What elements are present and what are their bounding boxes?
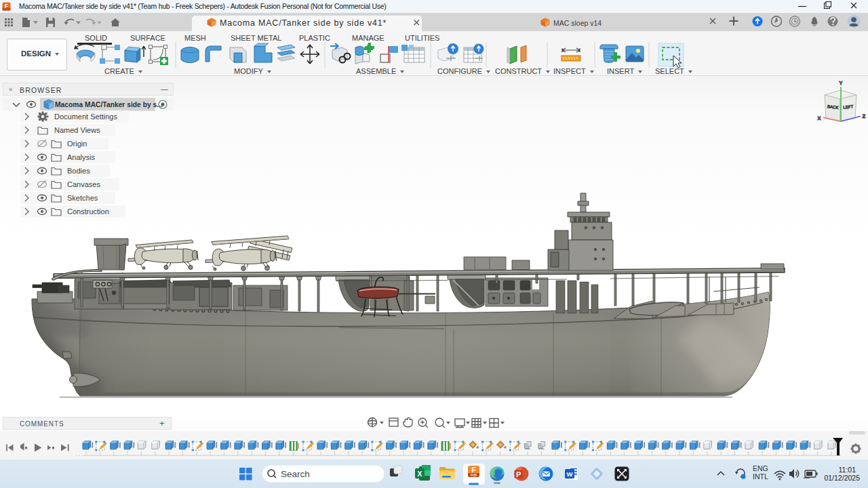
svg-text:Named Views: Named Views — [54, 126, 100, 134]
svg-text:Document Settings: Document Settings — [54, 113, 117, 121]
svg-text:Construction: Construction — [67, 207, 109, 216]
svg-text:F: F — [471, 466, 476, 474]
svg-text:ENG: ENG — [753, 464, 768, 472]
svg-text:W: W — [567, 470, 573, 478]
svg-text:X: X — [817, 115, 821, 121]
svg-text:11:01: 11:01 — [839, 466, 856, 474]
svg-text:Search: Search — [281, 469, 310, 479]
svg-text:FUS: FUS — [471, 474, 477, 477]
svg-text:Sketches: Sketches — [67, 194, 98, 202]
svg-text:INTL: INTL — [753, 472, 768, 481]
svg-text:X: X — [417, 470, 422, 478]
svg-text:Canvases: Canvases — [67, 180, 100, 188]
svg-text:F: F — [5, 3, 9, 9]
svg-text:01/12/2025: 01/12/2025 — [824, 474, 860, 482]
svg-text:P: P — [516, 470, 521, 479]
svg-text:Y: Y — [839, 80, 843, 86]
svg-text:Analysis: Analysis — [67, 153, 95, 161]
svg-text:Macoma MAC/Tanker side by s...: Macoma MAC/Tanker side by s... — [55, 101, 163, 108]
svg-text:Bodies: Bodies — [67, 167, 90, 175]
svg-text:Origin: Origin — [67, 140, 87, 148]
svg-text:Z: Z — [863, 113, 866, 119]
